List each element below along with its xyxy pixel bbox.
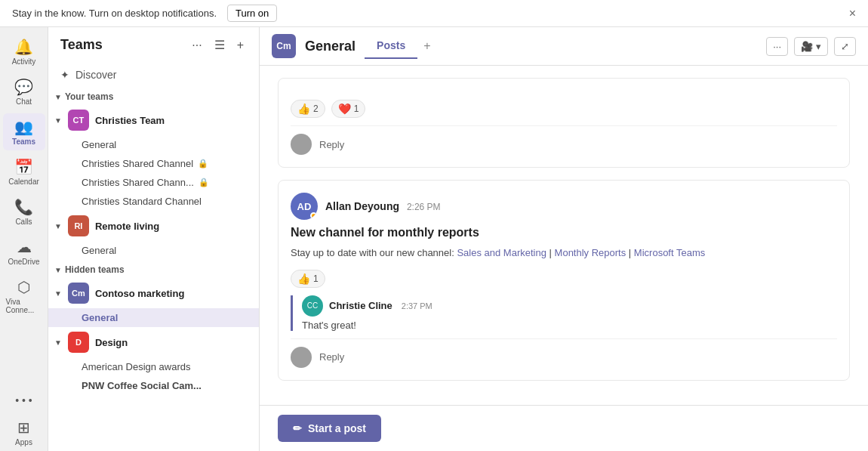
design-chevron: ▼ (54, 338, 62, 347)
christies-avatar: CT (68, 110, 89, 131)
teams-panel-actions: ··· ☰ + (189, 36, 247, 54)
thumbs-up-reaction-main[interactable]: 👍 1 (291, 270, 325, 288)
remote-general-channel[interactable]: General (48, 241, 259, 260)
christies-shared-chann-label: Christies Shared Chann... (82, 177, 194, 188)
contoso-general-channel[interactable]: General (48, 308, 259, 327)
message-meta: Allan Deyoung 2:26 PM (325, 200, 441, 212)
teams-list: ✦ Discover ▼ Your teams ▼ CT Christies T… (48, 63, 259, 451)
more-icon: • • • (15, 394, 32, 406)
more-options-button[interactable]: ··· (766, 37, 788, 56)
sidebar-item-more[interactable]: • • • (3, 390, 45, 411)
channel-title: General (305, 39, 356, 54)
your-teams-label: Your teams (65, 91, 113, 102)
heart-reaction[interactable]: ❤️ 1 (331, 100, 366, 118)
reply-button-top[interactable]: Reply (319, 139, 344, 150)
message-header: AD Allan Deyoung 2:26 PM (291, 193, 837, 220)
link-sales-marketing[interactable]: Sales and Marketing (457, 247, 546, 258)
sidebar-item-apps[interactable]: ⊞ Apps (3, 414, 45, 451)
posts-tab[interactable]: Posts (365, 33, 417, 59)
add-tab-button[interactable]: + (417, 33, 436, 59)
teams-panel-title: Teams (60, 37, 183, 53)
contoso-chevron: ▼ (54, 289, 62, 298)
christies-shared-chann-channel[interactable]: Christies Shared Chann... 🔒 (48, 173, 259, 192)
threaded-avatar: CC (302, 295, 323, 317)
remote-general-label: General (82, 245, 116, 256)
reply-row-main: Reply (291, 338, 837, 368)
start-post-icon: ✏ (293, 422, 302, 434)
hidden-teams-header[interactable]: ▼ Hidden teams (48, 260, 259, 278)
thumbs-up-emoji: 👍 (297, 103, 310, 115)
christies-shared-channel-label: Christies Shared Channel (82, 158, 193, 169)
reply-avatar-top (291, 134, 312, 155)
american-design-channel[interactable]: American Design awards (48, 357, 259, 376)
lock-icon-2: 🔒 (199, 178, 209, 187)
link-sep-1: | (549, 247, 555, 258)
teams-filter-button[interactable]: ☰ (211, 36, 228, 54)
notif-close-button[interactable]: × (849, 7, 856, 20)
reply-row-top: Reply (291, 125, 837, 155)
message-author: Allan Deyoung (325, 200, 399, 212)
heart-emoji: ❤️ (338, 103, 351, 115)
start-post-button[interactable]: ✏ Start a post (278, 415, 381, 442)
sidebar-item-calls[interactable]: 📞 Calls (3, 193, 45, 230)
thumbs-up-count: 2 (313, 103, 319, 114)
video-call-button[interactable]: 🎥 ▾ (794, 37, 828, 56)
remote-team-item[interactable]: ▼ RI Remote living (48, 211, 259, 241)
contoso-team-name: Contoso marketing (95, 288, 184, 299)
chat-label: Chat (16, 97, 32, 106)
channel-header-actions: ··· 🎥 ▾ ⤢ (766, 37, 856, 56)
apps-label: Apps (15, 438, 32, 446)
your-teams-section-header[interactable]: ▼ Your teams (48, 87, 259, 105)
teams-label: Teams (12, 137, 35, 146)
hidden-teams-chevron: ▼ (54, 266, 62, 274)
discover-item[interactable]: ✦ Discover (48, 63, 259, 87)
design-team-item[interactable]: ▼ D Design (48, 327, 259, 357)
main-content: Cm General Posts + ··· 🎥 ▾ ⤢ 👍 (260, 27, 868, 451)
reply-avatar-main (291, 347, 312, 368)
american-design-label: American Design awards (82, 361, 191, 372)
thumbs-up-emoji-main: 👍 (297, 273, 310, 285)
chat-icon: 💬 (14, 78, 33, 96)
activity-icon: 🔔 (14, 38, 33, 56)
contoso-team-item[interactable]: ▼ Cm Contoso marketing (48, 278, 259, 308)
heart-count: 1 (354, 103, 359, 114)
pnw-coffee-channel[interactable]: PNW Coffee Social Cam... (48, 376, 259, 395)
sidebar-item-calendar[interactable]: 📅 Calendar (3, 153, 45, 190)
pnw-coffee-label: PNW Coffee Social Cam... (82, 380, 202, 391)
thumbs-up-reaction[interactable]: 👍 2 (291, 100, 325, 118)
christies-team-name: Christies Team (95, 115, 165, 126)
teams-panel: Teams ··· ☰ + ✦ Discover ▼ Your teams ▼ … (48, 27, 260, 451)
onedrive-icon: ☁ (17, 238, 32, 256)
lock-icon: 🔒 (198, 159, 208, 168)
threaded-author: Christie Cline (329, 300, 392, 311)
reply-button-main[interactable]: Reply (319, 351, 344, 363)
teams-more-button[interactable]: ··· (189, 37, 205, 54)
messages-area: 👍 2 ❤️ 1 Reply AD (260, 66, 868, 405)
link-ms-teams[interactable]: Microsoft Teams (634, 247, 705, 258)
message-body: Stay up to date with our new channel: Sa… (291, 246, 837, 261)
link-monthly-reports[interactable]: Monthly Reports (555, 247, 626, 258)
sidebar-item-chat[interactable]: 💬 Chat (3, 73, 45, 110)
sidebar-item-onedrive[interactable]: ☁ OneDrive (3, 233, 45, 270)
start-post-label: Start a post (308, 422, 366, 434)
design-avatar: D (68, 332, 89, 353)
author-avatar: AD (291, 193, 318, 220)
teams-add-button[interactable]: + (234, 37, 247, 54)
sidebar-item-activity[interactable]: 🔔 Activity (3, 33, 45, 70)
discover-label: Discover (75, 69, 116, 81)
christies-standard-channel[interactable]: Christies Standard Channel (48, 192, 259, 211)
christies-team-item[interactable]: ▼ CT Christies Team (48, 105, 259, 135)
calls-icon: 📞 (14, 198, 33, 216)
viva-label: Viva Conne... (6, 298, 42, 314)
message-card-top: 👍 2 ❤️ 1 Reply (278, 78, 850, 168)
christies-chevron: ▼ (54, 116, 62, 125)
viva-icon: ⬡ (17, 278, 30, 296)
expand-button[interactable]: ⤢ (834, 37, 856, 56)
christies-general-channel[interactable]: General (48, 135, 259, 154)
christies-shared-channel[interactable]: Christies Shared Channel 🔒 (48, 154, 259, 173)
sidebar-item-teams[interactable]: 👥 Teams (3, 113, 45, 150)
sidebar-item-viva[interactable]: ⬡ Viva Conne... (3, 273, 45, 319)
activity-label: Activity (12, 57, 36, 66)
turn-on-button[interactable]: Turn on (227, 5, 277, 22)
teams-icon: 👥 (14, 118, 33, 136)
